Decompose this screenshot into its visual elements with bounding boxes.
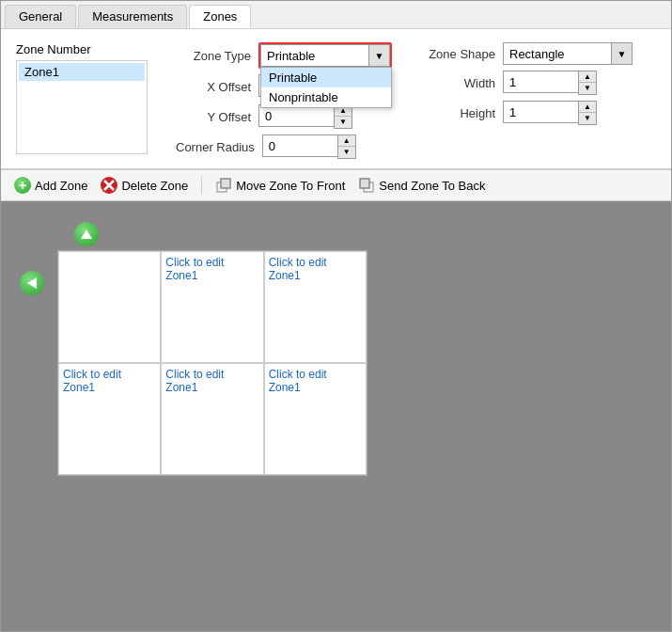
tab-general[interactable]: General [5, 5, 76, 28]
height-spinner: ▲ ▼ [503, 101, 597, 125]
zone-shape-label: Zone Shape [420, 47, 495, 61]
zone-cell-2-label[interactable]: Click to edit Zone1 [269, 256, 362, 282]
add-zone-button[interactable]: + Add Zone [10, 175, 91, 196]
zone-type-dropdown-wrapper: Printable ▼ Printable Nonprintable [260, 44, 390, 67]
main-container: General Measurements Zones Zone Number Z… [1, 1, 671, 631]
page-preview: Click to edit Zone1 Click to edit Zone1 … [57, 250, 367, 476]
y-offset-label: Y Offset [176, 110, 251, 124]
height-field: Height ▲ ▼ [420, 101, 633, 125]
zone-cell-4-label[interactable]: Click to edit Zone1 [165, 368, 258, 394]
delete-zone-icon [101, 177, 117, 194]
zone-cell-3[interactable]: Click to edit Zone1 [58, 363, 161, 475]
zone-type-select-container[interactable]: Printable ▼ [260, 44, 390, 67]
width-up-btn[interactable]: ▲ [579, 71, 596, 83]
zone-number-label: Zone Number [16, 42, 166, 56]
form-section: Zone Number Zone1 Zone Type [1, 29, 671, 169]
zone-type-label: Zone Type [176, 49, 251, 63]
svg-rect-6 [360, 179, 369, 188]
zone-number-panel: Zone Number Zone1 [16, 42, 166, 154]
move-front-icon [215, 177, 232, 194]
send-back-icon [358, 177, 375, 194]
zone-cell-4[interactable]: Click to edit Zone1 [161, 363, 263, 475]
move-front-label: Move Zone To Front [236, 179, 345, 193]
tabs-bar: General Measurements Zones [1, 1, 671, 29]
send-back-button[interactable]: Send Zone To Back [354, 175, 489, 196]
width-input[interactable] [503, 71, 578, 93]
svg-marker-7 [81, 229, 92, 239]
zone-type-value[interactable]: Printable [260, 44, 369, 67]
zone-list-item[interactable]: Zone1 [19, 63, 145, 81]
corner-radius-input[interactable] [262, 134, 337, 157]
bottom-toolbar: + Add Zone Delete Zone Move Zone [1, 169, 671, 201]
zone-shape-field: Zone Shape Rectangle ▼ [420, 42, 633, 65]
arrow-up-button[interactable] [74, 222, 99, 246]
corner-radius-field: Corner Radius ▲ ▼ [176, 134, 392, 159]
svg-rect-4 [221, 179, 230, 188]
width-spinner-buttons: ▲ ▼ [578, 71, 597, 95]
corner-radius-spinner: ▲ ▼ [262, 134, 356, 159]
zone-cell-3-label[interactable]: Click to edit Zone1 [63, 368, 156, 394]
toolbar-separator-1 [201, 176, 202, 195]
zone-type-dropdown-border: Printable ▼ Printable Nonprintable [258, 42, 392, 69]
svg-marker-9 [27, 277, 37, 289]
send-back-label: Send Zone To Back [379, 179, 485, 193]
zone-cell-5-label[interactable]: Click to edit Zone1 [269, 368, 362, 394]
zone-cell-1-label[interactable]: Click to edit Zone1 [165, 256, 258, 282]
corner-radius-down-btn[interactable]: ▼ [338, 147, 355, 158]
move-front-button[interactable]: Move Zone To Front [211, 175, 349, 196]
zone-type-arrow-icon[interactable]: ▼ [369, 44, 390, 67]
tab-measurements[interactable]: Measurements [78, 5, 187, 28]
up-arrow-icon [80, 228, 93, 241]
zone-type-dropdown-popup: Printable Nonprintable [260, 67, 392, 108]
corner-radius-spinner-buttons: ▲ ▼ [337, 134, 356, 159]
zone-cell-5[interactable]: Click to edit Zone1 [264, 363, 367, 475]
zone-cell-2[interactable]: Click to edit Zone1 [264, 251, 367, 363]
add-zone-label: Add Zone [35, 179, 87, 193]
delete-zone-button[interactable]: Delete Zone [97, 175, 192, 196]
zone-type-option-nonprintable[interactable]: Nonprintable [261, 87, 391, 107]
add-zone-icon: + [14, 177, 31, 194]
content-area: Zone Number Zone1 Zone Type [1, 29, 671, 631]
left-col: Zone Type Printable ▼ Printable [176, 42, 392, 159]
x-offset-label: X Offset [176, 80, 251, 94]
zone-type-field: Zone Type Printable ▼ Printable [176, 42, 392, 69]
tab-zones[interactable]: Zones [189, 5, 251, 28]
width-field: Width ▲ ▼ [420, 71, 633, 95]
corner-radius-up-btn[interactable]: ▲ [338, 135, 355, 147]
zone-cell-0[interactable] [58, 251, 161, 363]
zone-list[interactable]: Zone1 [16, 60, 148, 154]
height-label: Height [420, 106, 495, 120]
preview-area: Click to edit Zone1 Click to edit Zone1 … [1, 201, 671, 631]
height-spinner-buttons: ▲ ▼ [578, 101, 597, 125]
height-up-btn[interactable]: ▲ [579, 102, 596, 113]
zone-shape-value[interactable]: Rectangle [503, 42, 612, 65]
zone-shape-select-container[interactable]: Rectangle ▼ [503, 42, 633, 65]
arrow-left-button[interactable] [20, 271, 44, 295]
corner-radius-label: Corner Radius [176, 140, 255, 154]
left-arrow-icon [25, 276, 39, 290]
height-down-btn[interactable]: ▼ [579, 113, 596, 124]
right-form: Zone Type Printable ▼ Printable [176, 42, 656, 159]
right-col: Zone Shape Rectangle ▼ Width [420, 42, 633, 159]
delete-zone-label: Delete Zone [121, 179, 188, 193]
zone-shape-arrow-icon[interactable]: ▼ [612, 42, 633, 65]
zone-cell-1[interactable]: Click to edit Zone1 [161, 251, 263, 363]
width-down-btn[interactable]: ▼ [579, 83, 596, 94]
y-offset-down-btn[interactable]: ▼ [335, 117, 352, 128]
zone-shape-dropdown-wrapper: Rectangle ▼ [503, 42, 633, 65]
height-input[interactable] [503, 101, 578, 123]
width-label: Width [420, 76, 495, 90]
width-spinner: ▲ ▼ [503, 71, 597, 95]
two-col-layout: Zone Type Printable ▼ Printable [176, 42, 656, 159]
zone-type-option-printable[interactable]: Printable [261, 68, 391, 87]
